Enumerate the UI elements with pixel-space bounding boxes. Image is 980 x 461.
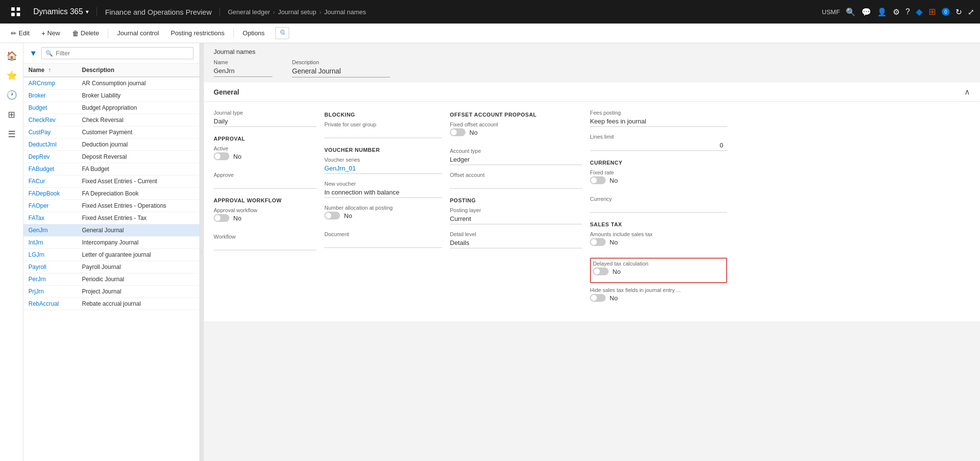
table-row[interactable]: PerJrn Periodic Journal <box>24 273 199 286</box>
table-row[interactable]: CheckRev Check Reversal <box>24 114 199 126</box>
voucher-series-value[interactable]: GenJrn_01 <box>324 164 442 174</box>
lines-limit-value[interactable]: 0 <box>590 141 727 151</box>
account-type-value[interactable]: Ledger <box>450 155 582 165</box>
currency-value[interactable] <box>590 203 727 213</box>
filter-icon[interactable]: ▼ <box>29 49 37 58</box>
app-grid-button[interactable] <box>6 7 25 16</box>
search-box[interactable]: 🔍 <box>41 47 194 59</box>
table-row[interactable]: LGJrn Letter of guarantee journal <box>24 249 199 261</box>
approval-workflow-toggle[interactable] <box>214 214 229 222</box>
journal-name-cell[interactable]: GenJrn <box>24 224 77 237</box>
offset-account-value[interactable] <box>450 179 582 189</box>
journal-name-cell[interactable]: FABudget <box>24 163 77 175</box>
edit-button[interactable]: ✏ Edit <box>6 27 34 39</box>
table-row[interactable]: Budget Budget Appropriation <box>24 102 199 114</box>
description-value[interactable]: General Journal <box>292 66 390 77</box>
fees-posting-value[interactable]: Keep fees in journal <box>590 117 727 127</box>
table-row[interactable]: CustPay Customer Payment <box>24 126 199 139</box>
private-user-group-value[interactable] <box>324 128 442 138</box>
table-row[interactable]: PrjJrn Project Journal <box>24 286 199 298</box>
delayed-tax-toggle[interactable] <box>593 267 609 275</box>
table-row[interactable]: ARCnsmp AR Consumption journal <box>24 77 199 90</box>
options-button[interactable]: Options <box>238 27 270 39</box>
table-row[interactable]: GenJrn General Journal <box>24 224 199 237</box>
voucher-series-field: Voucher series GenJrn_01 <box>324 157 442 174</box>
modules-icon[interactable]: ☰ <box>3 125 21 143</box>
table-row[interactable]: DepRev Deposit Reversal <box>24 151 199 163</box>
table-row[interactable]: FABudget FA Budget <box>24 163 199 175</box>
journal-name-cell[interactable]: CheckRev <box>24 114 77 126</box>
table-row[interactable]: Broker Broker Liability <box>24 90 199 102</box>
journal-name-cell[interactable]: FADepBook <box>24 188 77 200</box>
new-button[interactable]: + New <box>36 27 65 39</box>
journal-name-cell[interactable]: Broker <box>24 90 77 102</box>
journal-name-cell[interactable]: Payroll <box>24 261 77 273</box>
journal-name-cell[interactable]: FAOper <box>24 200 77 212</box>
filter-input[interactable] <box>56 49 189 57</box>
journal-name-cell[interactable]: FATax <box>24 212 77 224</box>
fullscreen-icon[interactable]: ⤢ <box>968 7 974 17</box>
hide-sales-tax-toggle[interactable] <box>590 294 606 302</box>
workflow-value[interactable] <box>214 241 317 250</box>
app-title-chevron[interactable]: ▾ <box>86 8 89 15</box>
breadcrumb-general-ledger[interactable]: General ledger <box>228 8 270 16</box>
detail-level-value[interactable]: Details <box>450 238 582 248</box>
office-icon[interactable]: ⊞ <box>929 6 936 17</box>
journal-name-cell[interactable]: ARCnsmp <box>24 77 77 90</box>
new-voucher-value[interactable]: In connection with balance <box>324 188 442 198</box>
table-row[interactable]: IntJrn Intercompany Journal <box>24 237 199 249</box>
workspaces-icon[interactable]: ⊞ <box>3 106 21 123</box>
journal-name-cell[interactable]: FACur <box>24 175 77 188</box>
table-row[interactable]: FACur Fixed Asset Entries - Current <box>24 175 199 188</box>
journal-type-value[interactable]: Daily <box>214 117 317 127</box>
settings-icon[interactable]: ⚙ <box>893 7 900 17</box>
home-icon[interactable]: 🏠 <box>3 47 21 65</box>
journal-name-cell[interactable]: DeductJrnl <box>24 139 77 151</box>
table-row[interactable]: RebAccrual Rebate accrual journal <box>24 298 199 310</box>
collapse-icon[interactable]: ∧ <box>964 87 970 97</box>
posting-restrictions-button[interactable]: Posting restrictions <box>166 27 229 39</box>
toolbar-search-input[interactable] <box>275 27 289 39</box>
active-toggle[interactable] <box>214 152 229 160</box>
delete-button[interactable]: 🗑 Delete <box>67 27 104 39</box>
breadcrumb-journal-setup[interactable]: Journal setup <box>278 8 316 16</box>
user-icon[interactable]: 👤 <box>877 7 887 17</box>
breadcrumb-journal-names[interactable]: Journal names <box>324 8 366 16</box>
journal-name-cell[interactable]: Budget <box>24 102 77 114</box>
journal-control-button[interactable]: Journal control <box>112 27 164 39</box>
refresh-icon[interactable]: ↻ <box>956 7 962 17</box>
search-icon[interactable]: 🔍 <box>846 7 856 17</box>
journal-description-cell: Check Reversal <box>77 114 199 126</box>
journal-name-cell[interactable]: PerJrn <box>24 273 77 286</box>
help-icon[interactable]: ? <box>906 7 910 16</box>
fixed-rate-toggle[interactable] <box>590 176 606 184</box>
journal-name-cell[interactable]: LGJrn <box>24 249 77 261</box>
table-row[interactable]: Payroll Payroll Journal <box>24 261 199 273</box>
table-row[interactable]: DeductJrnl Deduction journal <box>24 139 199 151</box>
table-row[interactable]: FAOper Fixed Asset Entries - Operations <box>24 200 199 212</box>
description-column-header[interactable]: Description <box>77 64 199 77</box>
favorites-icon[interactable]: ⭐ <box>3 67 21 84</box>
journal-name-cell[interactable]: DepRev <box>24 151 77 163</box>
name-value[interactable]: GenJrn <box>214 66 272 77</box>
journal-name-cell[interactable]: CustPay <box>24 126 77 139</box>
document-value[interactable] <box>324 238 442 248</box>
posting-layer-value[interactable]: Current <box>450 214 582 224</box>
general-section-header[interactable]: General ∧ <box>204 82 980 102</box>
notification-badge[interactable]: 0 <box>942 8 950 16</box>
recent-icon[interactable]: 🕐 <box>3 86 21 104</box>
table-row[interactable]: FADepBook FA Depreciation Book <box>24 188 199 200</box>
approve-value[interactable] <box>214 179 317 189</box>
number-allocation-toggle[interactable] <box>324 212 340 219</box>
diamond-icon[interactable]: ◆ <box>916 6 923 17</box>
drag-handle[interactable]: ⋮ <box>200 43 204 461</box>
journal-name-cell[interactable]: RebAccrual <box>24 298 77 310</box>
amounts-include-toggle[interactable] <box>590 238 606 246</box>
active-toggle-row: No <box>214 152 317 160</box>
journal-name-cell[interactable]: IntJrn <box>24 237 77 249</box>
journal-name-cell[interactable]: PrjJrn <box>24 286 77 298</box>
name-column-header[interactable]: Name ↑ <box>24 64 77 77</box>
message-icon[interactable]: 💬 <box>861 7 871 17</box>
table-row[interactable]: FATax Fixed Asset Entries - Tax <box>24 212 199 224</box>
fixed-offset-toggle[interactable] <box>450 128 466 136</box>
